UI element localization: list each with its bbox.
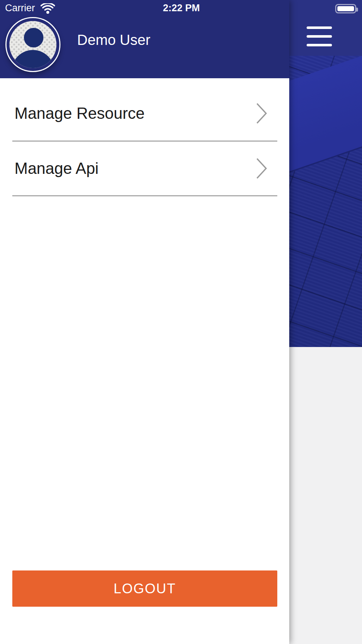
avatar-placeholder-image <box>9 21 56 68</box>
drawer-panel: Carrier 2:22 PM Demo User Manage Resourc… <box>0 0 289 644</box>
status-time: 2:22 PM <box>163 3 200 14</box>
menu-divider <box>12 195 277 196</box>
battery-icon <box>335 4 356 13</box>
hamburger-menu-icon[interactable] <box>307 26 332 46</box>
drawer-header: Carrier 2:22 PM Demo User <box>0 0 289 78</box>
chevron-right-icon <box>256 158 268 179</box>
logout-button[interactable]: LOGOUT <box>12 570 277 607</box>
avatar <box>5 17 60 72</box>
person-head-icon <box>24 28 43 47</box>
drawer-user-name: Demo User <box>77 32 150 48</box>
app-screen: BOO MY B Carrier 2:22 PM Dem <box>0 0 362 644</box>
wifi-icon <box>41 3 55 14</box>
battery-fill <box>337 6 354 11</box>
person-shoulders-icon <box>12 50 54 68</box>
battery-nub <box>356 8 358 12</box>
carrier-label: Carrier <box>5 3 35 14</box>
drawer-item-label: Manage Api <box>14 159 98 177</box>
chevron-right-icon <box>256 103 268 124</box>
drawer-item-manage-api[interactable]: Manage Api <box>0 142 289 195</box>
drawer-item-label: Manage Resource <box>14 104 145 122</box>
drawer-item-manage-resource[interactable]: Manage Resource <box>0 86 289 141</box>
